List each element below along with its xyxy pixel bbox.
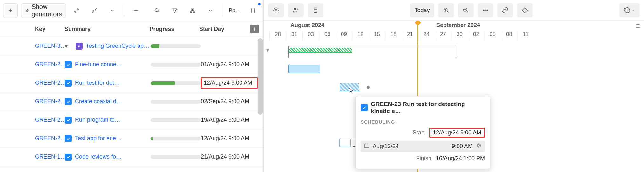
dropdown-toggle-button[interactable]: [105, 3, 119, 18]
summary-link[interactable]: Test app for ene…: [75, 135, 122, 142]
issue-key[interactable]: GREEN-2…: [35, 135, 65, 142]
start-day-cell[interactable]: 12/Aug/24 9:00 AM: [201, 135, 258, 142]
issue-key[interactable]: GREEN-1…: [35, 154, 65, 160]
today-label: Today: [414, 7, 430, 14]
add-button[interactable]: [3, 3, 18, 18]
progress-bar: [151, 100, 201, 104]
baselines-button[interactable]: Ba...: [227, 3, 242, 18]
task-icon: [65, 135, 72, 142]
day-label: 18: [385, 31, 402, 40]
tooltip-finish-label: Finish: [416, 155, 431, 162]
summary-link[interactable]: Run test for det…: [75, 80, 120, 86]
bar-handle[interactable]: [367, 86, 370, 89]
progress-bar: [151, 44, 201, 48]
issue-key[interactable]: GREEN-2…: [35, 61, 65, 68]
gantt-bar[interactable]: [339, 139, 351, 147]
settings-button[interactable]: [268, 3, 284, 17]
columns-button[interactable]: [246, 3, 260, 18]
task-tooltip: GREEN-23 Run test for detecting kinetic …: [355, 96, 490, 169]
day-label: 09: [336, 31, 352, 40]
milestone-button[interactable]: [517, 3, 533, 17]
add-column-button[interactable]: [250, 25, 259, 33]
start-day-cell[interactable]: 21/Aug/24 9:00 AM: [201, 154, 258, 160]
summary-link[interactable]: Create coaxial d…: [75, 98, 122, 105]
table-row[interactable]: GREEN-2… Run test for det… 12/Aug/24 9:0…: [0, 74, 263, 92]
day-label: 27: [435, 31, 451, 40]
table-row[interactable]: GREEN-2… Fine-tune conne… 01/Aug/24 9:00…: [0, 55, 263, 74]
cursor-icon: [348, 86, 355, 95]
gantt-bar[interactable]: [288, 65, 320, 73]
day-label: 05: [484, 31, 501, 40]
row-caret[interactable]: ▾: [266, 47, 269, 54]
day-label: 31: [286, 31, 302, 40]
zoom-out-button[interactable]: [458, 3, 474, 17]
search-button[interactable]: [150, 3, 164, 18]
gantt-row[interactable]: [264, 78, 644, 97]
timeline[interactable]: August 2024 September 2024 28 31 03 06 0…: [264, 21, 644, 172]
col-header-summary[interactable]: Summary: [64, 26, 149, 32]
epic-icon: [76, 43, 83, 50]
timeline-body[interactable]: ▾ GREEN-23 Run test for detecting: [264, 41, 644, 172]
structure-button[interactable]: [185, 3, 200, 18]
svg-point-8: [294, 8, 296, 10]
col-header-startday[interactable]: Start Day: [199, 26, 250, 32]
dependencies-button[interactable]: [308, 3, 323, 17]
show-generators-label: Show generators: [31, 3, 62, 18]
day-label: 02: [468, 31, 484, 40]
issue-key[interactable]: GREEN-2…: [35, 117, 65, 123]
issue-key[interactable]: GREEN-3…: [35, 43, 65, 49]
svg-point-13: [487, 10, 488, 11]
tooltip-section-label: SCHEDULING: [361, 119, 485, 125]
more-right-button[interactable]: [478, 3, 493, 17]
tooltip-date-input-row: Aug/12/24 9:00 AM: [361, 141, 485, 152]
progress-bar: [151, 63, 201, 67]
show-generators-button[interactable]: Show generators: [21, 3, 66, 18]
expand-button[interactable]: [69, 3, 84, 18]
more-button[interactable]: [129, 3, 143, 18]
structure-dropdown-button[interactable]: [203, 3, 218, 18]
expand-caret[interactable]: ▾: [65, 43, 71, 50]
issue-key[interactable]: GREEN-2…: [35, 80, 65, 86]
today-button[interactable]: Today: [410, 3, 434, 17]
day-label: 06: [319, 31, 336, 40]
table-row[interactable]: GREEN-3… ▾ Testing GreenCycle ap…: [0, 37, 263, 55]
zoom-in-button[interactable]: [438, 3, 454, 17]
table-row[interactable]: GREEN-1… Code reviews fo… 21/Aug/24 9:00…: [0, 148, 263, 166]
issue-key[interactable]: GREEN-2…: [35, 98, 65, 105]
summary-link[interactable]: Code reviews fo…: [75, 154, 122, 160]
history-button[interactable]: [619, 3, 640, 17]
resources-button[interactable]: [288, 3, 304, 17]
table-row[interactable]: GREEN-2… Create coaxial d… 02/Sep/24 9:0…: [0, 92, 263, 111]
table-row[interactable]: GREEN-2… Test app for ene… 12/Aug/24 9:0…: [0, 129, 263, 148]
start-day-cell[interactable]: 02/Sep/24 9:00 AM: [201, 98, 258, 105]
bar-bracket[interactable]: [353, 139, 355, 147]
collapse-button[interactable]: [87, 3, 102, 18]
filter-button[interactable]: [167, 3, 182, 18]
tooltip-date-input[interactable]: Aug/12/24: [373, 143, 449, 150]
baselines-label: Ba...: [229, 7, 241, 14]
day-label: 11: [517, 31, 534, 40]
summary-link[interactable]: Fine-tune conne…: [75, 61, 122, 68]
progress-bar: [151, 137, 201, 140]
link-button[interactable]: [497, 3, 513, 17]
table-row[interactable]: GREEN-2… Run program te… 19/Aug/24 9:00 …: [0, 111, 263, 129]
svg-point-12: [485, 10, 486, 11]
col-header-key[interactable]: Key: [35, 26, 64, 32]
svg-point-1: [135, 10, 136, 11]
summary-link[interactable]: Run program te…: [75, 117, 120, 123]
start-day-cell[interactable]: 01/Aug/24 9:00 AM: [201, 61, 258, 68]
calendar-icon[interactable]: [364, 143, 369, 150]
start-day-cell[interactable]: 19/Aug/24 9:00 AM: [201, 117, 258, 123]
clear-icon[interactable]: [476, 143, 482, 150]
scrollbar-thumb[interactable]: [258, 38, 263, 115]
start-day-cell[interactable]: 12/Aug/24 9:00 AM: [201, 77, 258, 89]
gantt-row[interactable]: ▾: [264, 41, 644, 60]
list-toggle-button[interactable]: [633, 21, 642, 31]
day-label: 21: [402, 31, 418, 40]
day-label: 24: [418, 31, 435, 40]
tooltip-time-input[interactable]: 9:00 AM: [452, 143, 473, 150]
gantt-row[interactable]: [264, 60, 644, 78]
col-header-progress[interactable]: Progress: [149, 26, 199, 32]
summary-link[interactable]: Testing GreenCycle ap…: [86, 43, 149, 49]
svg-point-11: [483, 10, 484, 11]
